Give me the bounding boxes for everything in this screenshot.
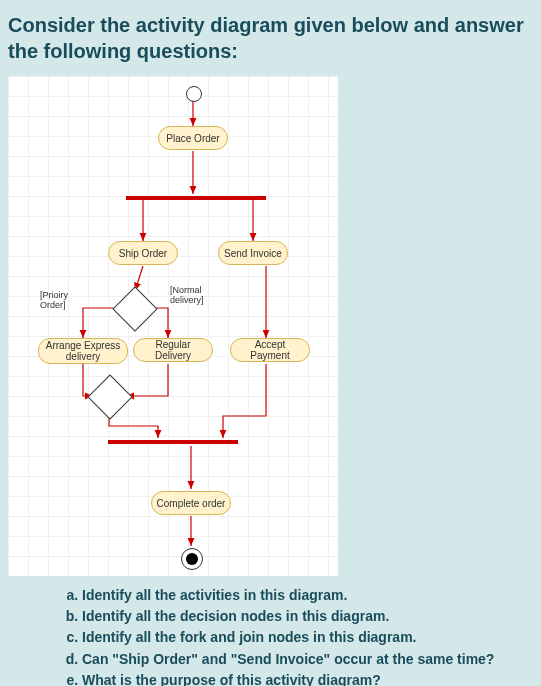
question-a: Identify all the activities in this diag… — [82, 586, 533, 604]
question-e: What is the purpose of this activity dia… — [82, 671, 533, 686]
fork-bar — [126, 196, 266, 200]
page-title: Consider the activity diagram given belo… — [8, 12, 533, 64]
activity-send-invoice: Send Invoice — [218, 241, 288, 265]
question-b: Identify all the decision nodes in this … — [82, 607, 533, 625]
activity-diagram: Place Order Ship Order Send Invoice [Pri… — [8, 76, 338, 576]
guard-priority: [Prioiry Order] — [40, 291, 80, 311]
join-bar — [108, 440, 238, 444]
final-node — [181, 548, 203, 570]
activity-accept-payment: Accept Payment — [230, 338, 310, 362]
questions-list: Identify all the activities in this diag… — [8, 586, 533, 686]
activity-complete-order: Complete order — [151, 491, 231, 515]
activity-ship-order: Ship Order — [108, 241, 178, 265]
guard-normal: [Normal delivery] — [170, 286, 210, 306]
activity-regular-delivery: Regular Delivery — [133, 338, 213, 362]
activity-arrange-express: Arrange Express delivery — [38, 338, 128, 364]
initial-node — [186, 86, 202, 102]
activity-place-order: Place Order — [158, 126, 228, 150]
final-node-inner — [186, 553, 198, 565]
question-c: Identify all the fork and join nodes in … — [82, 628, 533, 646]
question-d: Can "Ship Order" and "Send Invoice" occu… — [82, 650, 533, 668]
